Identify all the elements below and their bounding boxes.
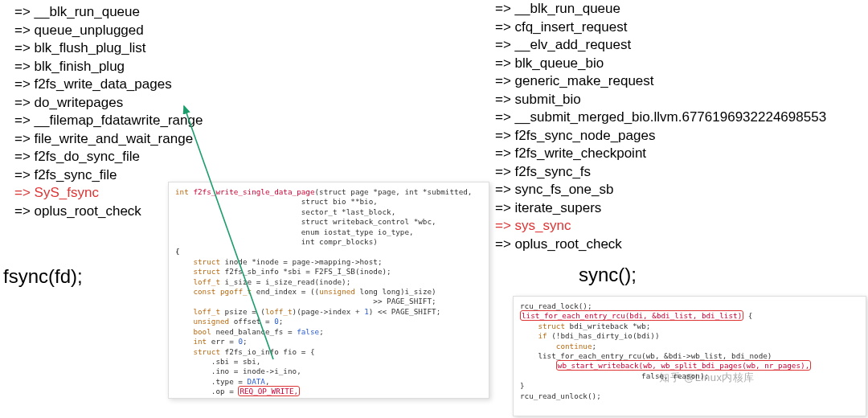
code-line: .op = REQ_OP_WRITE, (175, 387, 482, 396)
code-line: continue; (520, 342, 859, 351)
stack-line: => queue_unplugged (14, 22, 203, 40)
stack-line: => generic_make_request (495, 72, 826, 91)
code-line: sector_t *last_block, (175, 207, 482, 217)
code-line: struct f2fs_sb_info *sbi = F2FS_I_SB(ino… (175, 267, 482, 277)
code-line: list_for_each_entry_rcu(bdi, &bdi_list, … (520, 311, 859, 321)
code-line: struct f2fs_io_info fio = { (175, 347, 482, 357)
code-line: wb_start_writeback(wb, wb_split_bdi_page… (520, 361, 859, 371)
stack-line: => f2fs_write_checkpoint (495, 145, 826, 163)
code-line: struct inode *inode = page->mapping->hos… (175, 257, 482, 267)
code-line: bool need_balance_fs = false; (175, 327, 482, 337)
stack-line: => do_writepages (14, 94, 203, 113)
stack-line: => file_write_and_wait_range (14, 130, 203, 149)
code-line: } (520, 381, 859, 391)
code-line: int f2fs_write_single_data_page(struct p… (175, 187, 482, 197)
code-line: false, reason); (520, 371, 859, 381)
stack-line: => f2fs_write_data_pages (14, 76, 203, 94)
code-line: if (!bdi_has_dirty_io(bdi)) (520, 331, 859, 341)
code-line: { (175, 247, 482, 256)
code-line: rcu_read_unlock(); (520, 391, 859, 401)
code-line: loff_t psize = (loff_t)(page->index + 1)… (175, 307, 482, 317)
stack-line: => oplus_root_check (495, 236, 826, 254)
code-line: .sbi = sbi, (175, 357, 482, 367)
code-line: .type = DATA, (175, 377, 482, 387)
stack-line: => f2fs_sync_node_pages (495, 127, 826, 145)
code-line: unsigned offset = 0; (175, 317, 482, 326)
label-fsync: fsync(fd); (3, 265, 83, 288)
stack-line: => sync_fs_one_sb (495, 181, 826, 199)
label-sync: sync(); (579, 264, 637, 286)
stack-line: => __elv_add_request (495, 36, 826, 55)
stack-line: => f2fs_do_sync_file (14, 148, 203, 166)
stack-line: => cfq_insert_request (495, 18, 826, 37)
code-line: struct writeback_control *wbc, (175, 217, 482, 227)
code-line: .ino = inode->i_ino, (175, 367, 482, 376)
code-line: int err = 0; (175, 337, 482, 346)
stack-line: => sys_sync (495, 217, 826, 236)
stack-line: => blk_finish_plug (14, 58, 203, 76)
code-line: loff_t i_size = i_size_read(inode); (175, 277, 482, 287)
stack-trace-right: => __blk_run_queue=> cfq_insert_request=… (495, 0, 826, 253)
code-line: const pgoff_t end_index = ((unsigned lon… (175, 287, 482, 297)
stack-line: => blk_queue_bio (495, 55, 826, 73)
stack-line: => blk_flush_plug_list (14, 39, 203, 58)
code-snippet-right: rcu_read_lock();list_for_each_entry_rcu(… (513, 296, 866, 416)
code-snippet-left: int f2fs_write_single_data_page(struct p… (168, 182, 489, 399)
stack-line: => __submit_merged_bio.llvm.677619693222… (495, 109, 826, 127)
code-line: int compr_blocks) (175, 237, 482, 247)
stack-line: => __filemap_fdatawrite_range (14, 112, 203, 130)
code-line: .op_flags = wbc_to_write_flags(wbc), (175, 397, 482, 399)
code-line: enum iostat_type io_type, (175, 227, 482, 237)
stack-line: => submit_bio (495, 91, 826, 109)
stack-line: => __blk_run_queue (495, 0, 826, 18)
code-line: >> PAGE_SHIFT; (175, 297, 482, 306)
code-line: struct bio **bio, (175, 197, 482, 207)
stack-line: => iterate_supers (495, 199, 826, 218)
stack-line: => f2fs_sync_fs (495, 163, 826, 182)
stack-line: => __blk_run_queue (14, 3, 203, 22)
code-line: struct bdi_writeback *wb; (520, 322, 859, 331)
